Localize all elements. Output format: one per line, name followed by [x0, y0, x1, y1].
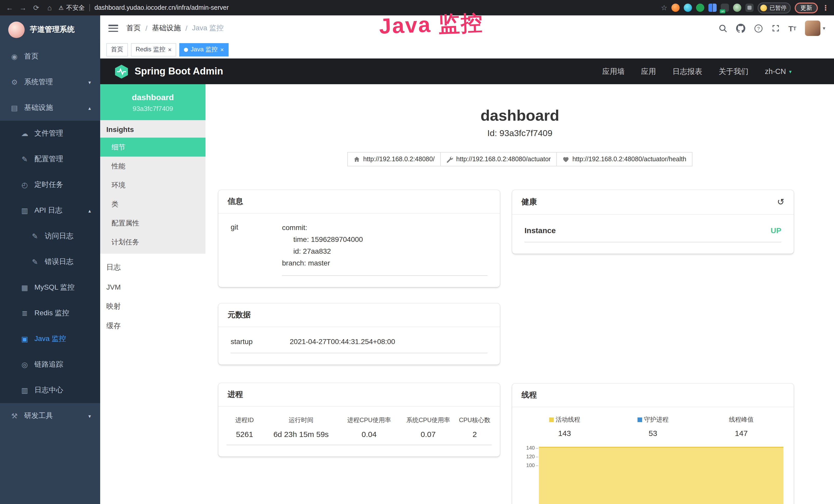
sba-item-scheduled-tasks[interactable]: 计划任务	[100, 233, 205, 252]
sba-brand[interactable]: Spring Boot Admin	[114, 64, 223, 79]
browser-forward-icon[interactable]: →	[19, 4, 27, 12]
sba-item-caches[interactable]: 缓存	[100, 316, 205, 336]
tab-redis-monitor[interactable]: Redis 监控 ×	[131, 43, 176, 56]
sba-item-environment[interactable]: 环境	[100, 176, 205, 194]
sba-item-logs[interactable]: 日志	[100, 258, 205, 277]
sidebar-item-java[interactable]: ▣ Java 监控	[0, 326, 100, 352]
github-icon[interactable]	[736, 24, 745, 33]
cards-left-column: 信息 git commit: time: 1596289704000 id: 2…	[218, 190, 500, 504]
sidebar-item-api-log[interactable]: ▥ API 日志 ▴	[0, 198, 100, 223]
sidebar-item-system[interactable]: ⚙ 系统管理 ▾	[0, 69, 100, 95]
tab-java-monitor[interactable]: Java 监控 ×	[179, 43, 228, 56]
browser-menu-icon[interactable]: ⋮	[822, 4, 829, 12]
bookmark-star-icon[interactable]: ☆	[661, 4, 667, 12]
extension-icon-leaf[interactable]	[733, 4, 741, 12]
service-url-link[interactable]: http://192.168.0.2:48080/	[347, 152, 441, 166]
sba-locale-select[interactable]: zh-CN ▾	[765, 67, 792, 75]
spring-boot-admin-frame: Spring Boot Admin 应用墙 应用 日志报表 关于我们 zh-CN…	[100, 59, 834, 504]
info-card-title: 信息	[218, 190, 500, 214]
help-icon[interactable]: ?	[754, 24, 763, 32]
fullscreen-icon[interactable]	[772, 24, 780, 32]
sba-link-about[interactable]: 关于我们	[719, 67, 748, 76]
tab-label: Redis 监控	[136, 45, 166, 54]
main-column: 首页 / 基础设施 / Java 监控 ?	[100, 16, 834, 504]
sba-root-items: 日志 JVM 映射 缓存	[100, 258, 205, 336]
sidebar-item-infra[interactable]: ▤ 基础设施 ▴	[0, 95, 100, 121]
history-icon[interactable]: ↺	[777, 197, 785, 207]
sidebar-item-log-center[interactable]: ▥ 日志中心	[0, 377, 100, 403]
sidebar-item-devtools[interactable]: ⚒ 研发工具 ▾	[0, 403, 100, 429]
app-logo-row[interactable]: 芋道管理系统	[0, 16, 100, 44]
address-bar[interactable]: dashboard.yudao.iocoder.cn/infra/admin-s…	[94, 4, 656, 11]
sba-item-mappings[interactable]: 映射	[100, 297, 205, 316]
process-table-values: 5261 6d 23h 15m 59s 0.04 0.07 2	[226, 430, 491, 445]
legend-value: 143	[520, 429, 609, 437]
tab-home[interactable]: 首页	[106, 43, 128, 56]
legend-value: 53	[609, 429, 697, 437]
sba-link-applications[interactable]: 应用	[641, 67, 656, 76]
sidebar-item-redis[interactable]: ≣ Redis 监控	[0, 300, 100, 326]
sba-link-wallboard[interactable]: 应用墙	[602, 67, 625, 76]
actuator-url-link[interactable]: http://192.168.0.2:48080/actuator	[441, 152, 557, 166]
sidebar-item-label: 系统管理	[24, 77, 53, 87]
extension-icon-green[interactable]	[696, 4, 704, 12]
extension-icon-switch[interactable]: on	[721, 4, 729, 12]
extension-icon-orange[interactable]	[672, 4, 680, 12]
sidebar-item-label: Redis 监控	[35, 308, 69, 318]
sidebar-item-label: 日志中心	[35, 386, 63, 395]
health-card-header: 健康 ↺	[512, 190, 794, 215]
extension-icon-drop[interactable]	[684, 4, 692, 12]
sidebar-item-job[interactable]: ◴ 定时任务	[0, 172, 100, 198]
sidebar-item-label: Java 监控	[35, 334, 66, 344]
process-pid-value: 5261	[226, 430, 263, 438]
update-button-label: 更新	[800, 4, 812, 12]
sidebar-item-tracing[interactable]: ◎ 链路追踪	[0, 352, 100, 377]
wrench-icon	[446, 156, 453, 162]
sidebar-item-error-log[interactable]: ✎ 错误日志	[0, 249, 100, 275]
sba-item-classes[interactable]: 类	[100, 194, 205, 214]
sidebar-item-config[interactable]: ✎ 配置管理	[0, 146, 100, 172]
font-size-icon[interactable]: TT	[789, 24, 796, 32]
info-value: commit: time: 1596289704000 id: 27aa832 …	[282, 222, 487, 276]
process-col-pid: 进程ID	[226, 416, 263, 425]
close-icon[interactable]: ×	[168, 46, 172, 53]
legend-daemon-threads: 守护进程 53	[609, 415, 697, 437]
browser-chrome: ← → ⟳ ⌂ ⚠ 不安全 dashboard.yudao.iocoder.cn…	[0, 0, 834, 16]
extension-icon-grid[interactable]	[708, 4, 717, 12]
extensions-puzzle-icon[interactable]	[745, 4, 753, 12]
sba-item-configprops[interactable]: 配置属性	[100, 214, 205, 233]
info-card: 信息 git commit: time: 1596289704000 id: 2…	[218, 190, 500, 287]
browser-back-icon[interactable]: ←	[5, 4, 14, 12]
close-icon[interactable]: ×	[220, 46, 224, 53]
legend-label: 守护进程	[644, 415, 668, 424]
breadcrumb-infra[interactable]: 基础设施	[152, 24, 181, 33]
process-col-cores: CPU核心数	[458, 416, 491, 425]
sidebar-item-mysql[interactable]: ▦ MySQL 监控	[0, 275, 100, 300]
paused-badge[interactable]: 已暂停	[758, 2, 791, 13]
sidebar-item-access-log[interactable]: ✎ 访问日志	[0, 223, 100, 249]
user-avatar[interactable]: ▼	[805, 21, 826, 36]
health-card-title: 健康	[521, 197, 537, 207]
browser-update-button[interactable]: 更新	[795, 2, 818, 13]
extension-on-badge: on	[720, 9, 725, 13]
sba-item-jvm[interactable]: JVM	[100, 277, 205, 297]
sba-instance-header[interactable]: dashboard 93a3fc7f7409	[100, 84, 205, 120]
sidebar-item-home[interactable]: ◉ 首页	[0, 44, 100, 69]
edit-icon: ✎	[21, 155, 29, 163]
hamburger-icon[interactable]	[108, 25, 118, 32]
sidebar-item-file[interactable]: ☁ 文件管理	[0, 121, 100, 146]
y-tick: 140	[526, 445, 535, 451]
instance-id-subtitle: Id: 93a3fc7f7409	[205, 129, 834, 139]
health-url-link[interactable]: http://192.168.0.2:48080/actuator/health	[557, 152, 692, 166]
search-icon[interactable]	[719, 24, 727, 32]
health-row-instance[interactable]: Instance UP	[525, 223, 781, 243]
browser-refresh-icon[interactable]: ⟳	[32, 4, 41, 12]
sba-item-details[interactable]: 细节	[100, 138, 205, 157]
sba-link-journal[interactable]: 日志报表	[673, 67, 702, 76]
security-label: 不安全	[66, 3, 85, 12]
sba-item-metrics[interactable]: 性能	[100, 157, 205, 176]
topbar: 首页 / 基础设施 / Java 监控 ?	[100, 16, 834, 41]
browser-home-icon[interactable]: ⌂	[45, 4, 54, 12]
site-security-indicator[interactable]: ⚠ 不安全	[59, 3, 85, 12]
breadcrumb-home[interactable]: 首页	[126, 24, 141, 33]
